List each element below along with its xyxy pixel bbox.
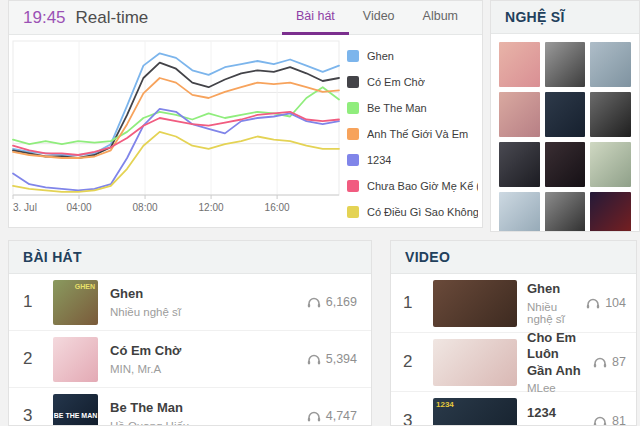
rank-number: 1 (23, 292, 53, 312)
video-thumbnail[interactable] (433, 280, 517, 327)
legend-label: Ghen (367, 50, 394, 62)
songs-panel-header: BÀI HÁT (9, 241, 371, 274)
artist-photo[interactable] (590, 192, 631, 232)
chart-tabs: Bài hát Video Album (282, 1, 472, 35)
tab-bai-hat[interactable]: Bài hát (282, 1, 349, 35)
rank-number: 2 (403, 352, 433, 372)
video-row[interactable]: 1 Ghen Nhiều nghệ sĩ 104 (391, 274, 636, 333)
video-thumbnail[interactable]: 1234 (433, 398, 517, 426)
current-time: 19:45 (23, 8, 66, 28)
svg-text:16:00: 16:00 (265, 202, 290, 213)
song-artist: Hồ Quang Hiếu (110, 420, 301, 426)
view-count: 104 (586, 296, 626, 310)
legend-item[interactable]: Ghen (347, 43, 478, 69)
artist-photo[interactable] (545, 42, 586, 87)
legend-swatch (347, 154, 359, 166)
artists-title: NGHỆ SĨ (505, 9, 565, 25)
artist-photo[interactable] (499, 42, 540, 87)
svg-text:3. Jul: 3. Jul (13, 202, 37, 213)
page-title: Real-time (76, 8, 149, 28)
song-thumbnail[interactable]: BE THE MAN (53, 394, 98, 426)
svg-text:04:00: 04:00 (67, 202, 92, 213)
view-count: 81 (593, 414, 626, 426)
artist-photo[interactable] (499, 92, 540, 137)
video-thumbnail[interactable] (433, 339, 517, 386)
play-count: 4,747 (307, 409, 357, 423)
legend-swatch (347, 128, 359, 140)
video-row[interactable]: 3 1234 1234 Chi Dân 81 (391, 392, 636, 426)
video-artist: Nhiều nghệ sĩ (527, 301, 580, 325)
song-thumbnail[interactable]: GHEN (53, 280, 98, 325)
artist-photo[interactable] (590, 92, 631, 137)
view-count-value: 104 (605, 296, 626, 310)
song-title[interactable]: Be The Man (110, 400, 301, 416)
rank-number: 2 (23, 349, 53, 369)
headphone-icon (593, 357, 607, 368)
legend-swatch (347, 50, 359, 62)
song-row[interactable]: 3 BE THE MAN Be The Man Hồ Quang Hiếu 4,… (9, 388, 371, 426)
thumbnail-text: 1234 (436, 401, 454, 409)
song-title[interactable]: Có Em Chờ (110, 343, 301, 359)
tab-video[interactable]: Video (349, 1, 409, 35)
legend-item[interactable]: Chưa Bao Giờ Mẹ Kể (Ngày Thứ 8 C (347, 173, 478, 199)
tab-album[interactable]: Album (409, 1, 472, 35)
legend-label: Có Em Chờ (367, 76, 425, 88)
legend-item[interactable]: Be The Man (347, 95, 478, 121)
song-artist: MIN, Mr.A (110, 363, 301, 375)
video-title[interactable]: Ghen (527, 281, 580, 297)
chart-panel-header: 19:45 Real-time Bài hát Video Album (9, 1, 482, 35)
artist-photo[interactable] (499, 192, 540, 232)
legend-item[interactable]: Anh Thế Giới Và Em (347, 121, 478, 147)
artist-photo[interactable] (590, 42, 631, 87)
play-count-value: 5,394 (326, 352, 357, 366)
song-title[interactable]: Ghen (110, 286, 301, 302)
legend-label: Anh Thế Giới Và Em (367, 128, 468, 140)
song-thumbnail[interactable] (53, 337, 98, 382)
legend-label: Có Điều Gì Sao Không Nói Cùng An (367, 206, 478, 218)
realtime-chart-panel: 19:45 Real-time Bài hát Video Album 3. J… (8, 0, 483, 228)
legend-item[interactable]: 1234 (347, 147, 478, 173)
thumbnail-text (433, 339, 517, 386)
legend-swatch (347, 180, 359, 192)
artists-panel-header: NGHỆ SĨ (491, 1, 639, 34)
thumbnail-text (433, 280, 517, 327)
artist-photo[interactable] (545, 192, 586, 232)
song-artist: Nhiều nghệ sĩ (110, 306, 301, 318)
headphone-icon (586, 298, 600, 309)
song-row[interactable]: 1 GHEN Ghen Nhiều nghệ sĩ 6,169 (9, 274, 371, 331)
legend-label: 1234 (367, 154, 391, 166)
legend-swatch (347, 102, 359, 114)
play-count-value: 4,747 (326, 409, 357, 423)
songs-list: 1 GHEN Ghen Nhiều nghệ sĩ 6,169 2 Có Em … (9, 274, 371, 426)
rank-number: 1 (403, 293, 433, 313)
videos-list: 1 Ghen Nhiều nghệ sĩ 104 2 Cho Em Luôn G… (391, 274, 636, 426)
legend-item[interactable]: Có Điều Gì Sao Không Nói Cùng An (347, 199, 478, 225)
rank-number: 3 (23, 406, 53, 426)
video-row[interactable]: 2 Cho Em Luôn Gần Anh MLee 87 (391, 333, 636, 392)
artist-photo[interactable] (590, 142, 631, 187)
headphone-icon (593, 416, 607, 426)
svg-text:12:00: 12:00 (199, 202, 224, 213)
videos-title: VIDEO (405, 249, 450, 265)
legend-swatch (347, 76, 359, 88)
legend-swatch (347, 206, 359, 218)
headphone-icon (307, 411, 321, 422)
video-title[interactable]: Cho Em Luôn Gần Anh (527, 330, 587, 379)
song-row[interactable]: 2 Có Em Chờ MIN, Mr.A 5,394 (9, 331, 371, 388)
play-count: 6,169 (307, 295, 357, 309)
legend-label: Be The Man (367, 102, 427, 114)
songs-title: BÀI HÁT (23, 249, 82, 265)
realtime-line-chart: 3. Jul04:0008:0012:0016:00 (9, 35, 343, 221)
songs-panel: BÀI HÁT 1 GHEN Ghen Nhiều nghệ sĩ 6,169 … (8, 240, 372, 426)
artist-photo[interactable] (545, 142, 586, 187)
video-title[interactable]: 1234 (527, 405, 587, 421)
legend-label: Chưa Bao Giờ Mẹ Kể (Ngày Thứ 8 C (367, 180, 478, 192)
play-count-value: 6,169 (326, 295, 357, 309)
legend-item[interactable]: Có Em Chờ (347, 69, 478, 95)
artist-photo[interactable] (545, 92, 586, 137)
videos-panel: VIDEO 1 Ghen Nhiều nghệ sĩ 104 2 Cho Em … (390, 240, 637, 426)
play-count: 5,394 (307, 352, 357, 366)
view-count: 87 (593, 355, 626, 369)
artist-photo[interactable] (499, 142, 540, 187)
videos-panel-header: VIDEO (391, 241, 636, 274)
